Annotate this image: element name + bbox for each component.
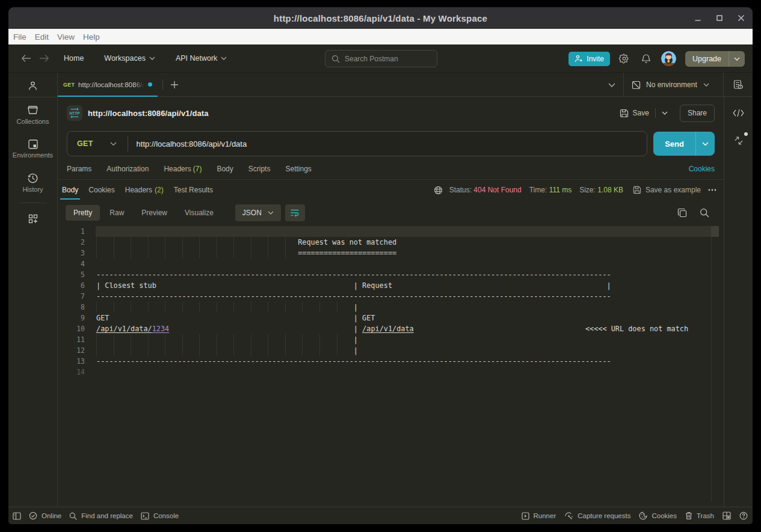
response-tab-cookies[interactable]: Cookies [85,180,117,200]
tab-authorization[interactable]: Authorization [106,165,149,173]
nav-api-network[interactable]: API Network [170,50,233,66]
sidebar-item-environments[interactable]: Environments [8,139,57,159]
format-selector[interactable]: JSON [235,204,281,221]
environment-quick-look-icon[interactable] [723,73,753,97]
wrap-lines-button[interactable] [285,204,305,221]
globe-icon[interactable] [434,186,443,195]
view-preview[interactable]: Preview [134,205,175,221]
menu-help[interactable]: Help [79,32,104,41]
save-floppy-icon [620,109,629,118]
search-input[interactable]: Search Postman [325,50,437,67]
send-options-chevron[interactable] [695,132,715,156]
url-row: GET Send [58,129,724,158]
runner-button[interactable]: Runner [522,512,556,520]
code-text: GET | GET [96,313,375,323]
menu-edit[interactable]: Edit [31,32,53,41]
tab-body[interactable]: Body [217,165,233,173]
find-and-replace[interactable]: Find and replace [69,512,133,520]
save-button[interactable]: Save [615,105,654,121]
size-value: 1.08 KB [597,186,623,194]
tab-scripts[interactable]: Scripts [248,165,271,173]
sidebar-item-history[interactable]: History [8,173,57,193]
help-icon[interactable] [739,512,748,520]
method-selector[interactable]: GET [67,139,128,148]
tab-strip: GET http://localhost:8086/ap No environm… [58,73,753,97]
online-status[interactable]: Online [29,512,61,520]
minimize-icon[interactable] [693,13,703,23]
cookies-button[interactable]: Cookies [639,512,677,520]
capture-requests-button[interactable]: Capture requests [564,512,630,520]
code-text: ----------------------------------------… [96,291,611,302]
view-visualize[interactable]: Visualize [177,205,221,221]
view-pretty[interactable]: Pretty [66,205,100,221]
sidebar-item-collections[interactable]: Collections [8,105,57,125]
url-link[interactable]: /api/v1/data [362,325,414,333]
search-in-body-icon[interactable] [700,208,709,218]
line-number: 9 [58,313,85,323]
menu-file[interactable]: File [9,32,31,41]
cookie-icon [639,512,647,520]
view-raw[interactable]: Raw [102,205,132,221]
sidebar-configure-button[interactable] [8,213,57,224]
collections-icon [27,105,39,116]
code-snippet-icon[interactable] [732,106,745,120]
request-tab[interactable]: GET http://localhost:8086/ap [58,73,158,96]
settings-gear-icon[interactable] [615,50,632,67]
code-text: Request was not matched [96,237,396,248]
response-tab-body[interactable]: Body [59,180,81,200]
trash-icon [685,512,692,520]
tab-headers[interactable]: Headers(7) [164,165,202,173]
menu-bar: File Edit View Help [8,29,753,44]
trash-button[interactable]: Trash [685,512,714,520]
url-link-param[interactable]: 1234 [152,325,170,333]
code-line: 10/api/v1/data/1234 | /api/v1/data <<<<<… [58,323,724,334]
user-avatar[interactable] [661,51,676,66]
toggle-sidebar-icon[interactable] [13,512,21,520]
response-tab-test-results[interactable]: Test Results [171,180,216,200]
time-label: Time: [529,186,547,194]
more-options-icon[interactable] [707,188,718,192]
cookies-link[interactable]: Cookies [689,165,715,173]
upgrade-button[interactable]: Upgrade [685,51,745,67]
sidebar-item-profile[interactable] [8,80,57,91]
split-panes-icon[interactable] [722,512,731,520]
tab-list-chevron-icon[interactable] [603,83,621,87]
tab-settings[interactable]: Settings [285,165,311,173]
no-environment-icon [631,80,641,90]
invite-button[interactable]: Invite [568,52,610,66]
environment-selector[interactable]: No environment [624,80,723,90]
status-value: 404 Not Found [473,186,521,194]
new-tab-button[interactable] [164,73,185,96]
search-placeholder: Search Postman [345,55,398,63]
copy-icon[interactable] [677,208,687,218]
history-clock-icon [27,173,39,184]
code-line: 2 Request was not matched [58,237,724,248]
notifications-bell-icon[interactable] [638,50,655,67]
save-options-chevron[interactable] [657,108,673,118]
upgrade-chevron-icon[interactable] [729,51,745,67]
url-link[interactable]: /api/v1/data/ [96,325,152,333]
code-text: ======================= [96,248,396,258]
nav-workspaces[interactable]: Workspaces [98,50,161,66]
code-line: 8 | [58,302,724,313]
response-body-editor[interactable]: 12 Request was not matched3 ============… [58,225,724,507]
save-as-example-button[interactable]: Save as example [633,186,701,194]
maximize-icon[interactable] [715,13,724,23]
console-icon [141,512,149,520]
send-button[interactable]: Send [653,132,715,156]
share-button[interactable]: Share [680,105,715,122]
console-button[interactable]: Console [141,512,179,520]
sync-status-icon[interactable] [732,134,745,147]
unsaved-dot [148,82,152,87]
close-icon[interactable] [736,13,746,23]
line-number: 11 [58,334,85,345]
code-text: | [96,345,358,356]
nav-home[interactable]: Home [58,50,90,66]
response-tab-headers[interactable]: Headers(2) [122,180,167,200]
back-arrow-icon[interactable] [17,50,35,67]
url-input[interactable] [128,139,647,148]
tab-params[interactable]: Params [67,165,91,173]
forward-arrow-icon[interactable] [35,50,53,67]
response-meta: Status: 404 Not Found Time: 111 ms Size:… [434,186,718,195]
menu-view[interactable]: View [53,32,79,41]
